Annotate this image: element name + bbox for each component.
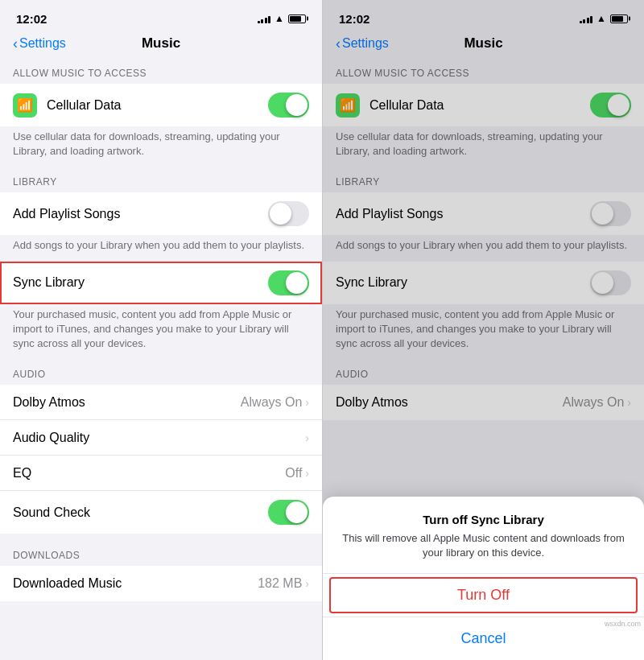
back-chevron-left: ‹	[13, 36, 18, 51]
sync-library-toggle-left[interactable]	[268, 270, 309, 295]
sync-library-desc-left: Your purchased music, content you add fr…	[0, 304, 322, 360]
add-playlist-toggle-left[interactable]	[268, 201, 309, 226]
status-bar-left: 12:02 ▲	[0, 0, 322, 32]
dolby-atmos-value-left: Always On	[241, 395, 302, 410]
cellular-data-row-left[interactable]: 📶 Cellular Data	[0, 84, 322, 126]
settings-group-audio-left: Dolby Atmos Always On › Audio Quality › …	[0, 385, 322, 534]
dialog-box: Turn off Sync Library This will remove a…	[323, 497, 644, 660]
add-playlist-label-left: Add Playlist Songs	[13, 207, 268, 221]
downloaded-music-label-left: Downloaded Music	[13, 576, 258, 591]
section-audio-left: AUDIO Dolby Atmos Always On › Audio Qual…	[0, 359, 322, 534]
watermark: wsxdn.com	[605, 620, 641, 628]
back-button-left[interactable]: ‹ Settings	[13, 36, 66, 51]
section-library-left: LIBRARY Add Playlist Songs Add songs to …	[0, 167, 322, 359]
audio-quality-chevron-left: ›	[305, 431, 309, 444]
settings-group-downloads-left: Downloaded Music 182 MB ›	[0, 566, 322, 601]
settings-group-sync-left: Sync Library	[0, 262, 322, 304]
dialog-overlay: Turn off Sync Library This will remove a…	[323, 0, 644, 660]
downloaded-music-value-left: 182 MB	[258, 576, 302, 591]
eq-row-left[interactable]: EQ Off ›	[0, 456, 322, 491]
settings-group-library-left: Add Playlist Songs	[0, 192, 322, 235]
cellular-desc-left: Use cellular data for downloads, streami…	[0, 126, 322, 167]
section-header-allow-left: ALLOW MUSIC TO ACCESS	[0, 58, 322, 84]
sound-check-label-left: Sound Check	[13, 505, 268, 520]
sync-library-label-left: Sync Library	[13, 275, 268, 290]
dialog-title: Turn off Sync Library	[336, 513, 631, 526]
settings-group-allow-left: 📶 Cellular Data	[0, 84, 322, 126]
sync-library-row-left[interactable]: Sync Library	[0, 262, 322, 304]
signal-icon-left	[258, 14, 271, 23]
nav-bar-left: ‹ Settings Music	[0, 32, 322, 58]
nav-title-left: Music	[142, 35, 180, 52]
cellular-icon-symbol-left: 📶	[17, 97, 33, 113]
dialog-content: Turn off Sync Library This will remove a…	[323, 497, 644, 574]
cellular-toggle-left[interactable]	[268, 93, 309, 118]
sound-check-row-left[interactable]: Sound Check	[0, 491, 322, 534]
downloaded-music-row-left[interactable]: Downloaded Music 182 MB ›	[0, 566, 322, 601]
eq-label-left: EQ	[13, 466, 285, 481]
battery-icon-left	[288, 14, 306, 23]
eq-chevron-left: ›	[305, 467, 309, 480]
add-playlist-desc-left: Add songs to your Library when you add t…	[0, 235, 322, 261]
section-allow-left: ALLOW MUSIC TO ACCESS 📶 Cellular Data Us…	[0, 58, 322, 167]
dolby-atmos-chevron-left: ›	[305, 396, 309, 409]
section-header-library-left: LIBRARY	[0, 167, 322, 192]
turn-off-button[interactable]: Turn Off	[323, 574, 644, 617]
downloaded-music-chevron-left: ›	[305, 577, 309, 590]
settings-content-left: ALLOW MUSIC TO ACCESS 📶 Cellular Data Us…	[0, 58, 322, 660]
dolby-atmos-label-left: Dolby Atmos	[13, 395, 241, 410]
sound-check-toggle-left[interactable]	[268, 500, 309, 525]
cancel-button[interactable]: Cancel	[323, 617, 644, 660]
left-phone-panel: 12:02 ▲ ‹ Settings Music ALLOW MUSIC TO …	[0, 0, 322, 660]
cellular-icon-left: 📶	[13, 93, 37, 118]
section-header-downloads-left: DOWNLOADS	[0, 540, 322, 566]
section-downloads-left: DOWNLOADS Downloaded Music 182 MB ›	[0, 540, 322, 601]
cellular-label-left: Cellular Data	[47, 98, 268, 113]
dialog-message: This will remove all Apple Music content…	[336, 531, 631, 560]
dolby-atmos-row-left[interactable]: Dolby Atmos Always On ›	[0, 385, 322, 420]
right-phone-panel: 12:02 ▲ ‹ Settings Music ALLOW MUSIC TO …	[322, 0, 644, 660]
back-label-left: Settings	[19, 36, 66, 51]
audio-quality-label-left: Audio Quality	[13, 431, 305, 445]
status-time-left: 12:02	[16, 12, 47, 26]
eq-value-left: Off	[285, 466, 302, 481]
section-header-audio-left: AUDIO	[0, 359, 322, 385]
wifi-icon-left: ▲	[275, 13, 284, 24]
status-icons-left: ▲	[258, 13, 306, 24]
audio-quality-row-left[interactable]: Audio Quality ›	[0, 420, 322, 456]
add-playlist-row-left[interactable]: Add Playlist Songs	[0, 192, 322, 235]
separator-left	[0, 534, 322, 540]
